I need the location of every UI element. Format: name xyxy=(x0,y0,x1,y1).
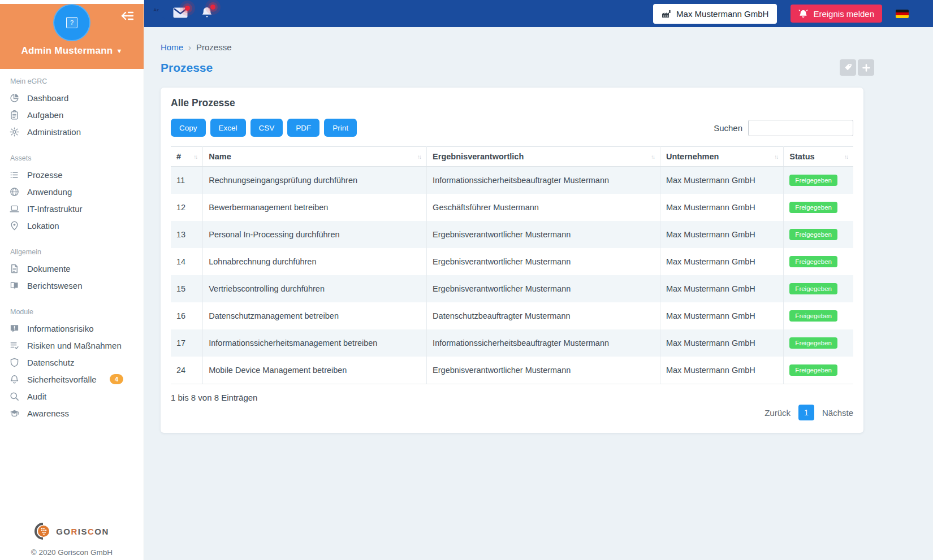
breadcrumb-home-link[interactable]: Home xyxy=(161,42,183,52)
cell-status: Freigegeben xyxy=(784,357,853,384)
globe-icon xyxy=(10,187,19,197)
search-wrap: Suchen xyxy=(714,120,853,136)
cell-company: Max Mustermann GmbH xyxy=(660,329,783,357)
sidebar-item-prozesse[interactable]: Prozesse xyxy=(10,166,144,183)
cell-company: Max Mustermann GmbH xyxy=(660,248,783,275)
page-title: Prozesse xyxy=(161,61,213,75)
cell-status: Freigegeben xyxy=(784,167,853,194)
sidebar-item-aufgaben[interactable]: Aufgaben xyxy=(10,106,144,123)
status-badge: Freigegeben xyxy=(789,283,837,294)
report-event-button[interactable]: Ereignis melden xyxy=(791,5,882,23)
cell-responsible: Informationssicherheitsbeauftragter Must… xyxy=(427,329,660,357)
sidebar-item-sicherheitsvorf-lle[interactable]: Sicherheitsvorfälle4 xyxy=(10,371,144,388)
unread-badge xyxy=(185,6,190,11)
sidebar-item-lokation[interactable]: Lokation xyxy=(10,217,144,234)
column-header-unternehmen[interactable]: Unternehmen↑↓ xyxy=(660,147,783,167)
table-row[interactable]: 17Informationssicherheitsmanagement betr… xyxy=(171,329,853,357)
table-row[interactable]: 12Bewerbermanagement betreibenGeschäftsf… xyxy=(171,194,853,221)
table-row[interactable]: 13Personal In-Processing durchführenErge… xyxy=(171,221,853,248)
cell-id: 16 xyxy=(171,302,203,329)
sidebar-item-it-infrastruktur[interactable]: IT-Infrastruktur xyxy=(10,200,144,217)
column-header-id[interactable]: #↑↓ xyxy=(171,147,203,167)
sidebar-item-administration[interactable]: Administration xyxy=(10,123,144,140)
sidebar-item-informationsrisiko[interactable]: Informationsrisiko xyxy=(10,320,144,337)
copy-button[interactable]: Copy xyxy=(171,119,206,137)
column-header-name[interactable]: Name↑↓ xyxy=(203,147,427,167)
table-row[interactable]: 15Vertriebscontrolling durchführenErgebn… xyxy=(171,275,853,302)
user-menu[interactable]: Admin Mustermann▼ xyxy=(0,45,144,57)
search-icon xyxy=(10,392,19,401)
export-buttons: CopyExcelCSVPDFPrint xyxy=(171,119,361,137)
page-header-actions xyxy=(840,59,874,76)
sidebar-footer: GORISCON © 2020 Goriscon GmbH xyxy=(0,523,144,557)
factory-icon xyxy=(662,10,671,18)
cell-id: 15 xyxy=(171,275,203,302)
document-icon xyxy=(10,264,19,274)
sidebar-item-anwendung[interactable]: Anwendung xyxy=(10,183,144,200)
cell-responsible: Ergebnisverantwortlicher Mustermann xyxy=(427,357,660,384)
company-switcher-button[interactable]: Max Mustermann GmbH xyxy=(653,4,777,24)
navbar-left-icons: Az xyxy=(160,6,213,21)
cell-status: Freigegeben xyxy=(784,194,853,221)
mail-icon[interactable] xyxy=(173,7,188,20)
cell-status: Freigegeben xyxy=(784,275,853,302)
csv-button[interactable]: CSV xyxy=(250,119,283,137)
sidebar-item-label: Risiken und Maßnahmen xyxy=(27,341,122,350)
cell-name: Rechnungseingangsprüfung durchführen xyxy=(203,167,427,194)
navbar-right: Max Mustermann GmbH Ereignis melden xyxy=(653,4,909,24)
sort-icon: ↑↓ xyxy=(417,154,421,160)
sidebar-section-title: Mein eGRC xyxy=(10,77,144,85)
table-toolbar: CopyExcelCSVPDFPrint Suchen xyxy=(171,119,853,137)
notifications-bell-icon[interactable] xyxy=(201,6,213,21)
tags-icon[interactable] xyxy=(840,59,856,76)
column-header-ergebnisverantwortlich[interactable]: Ergebnisverantwortlich↑↓ xyxy=(427,147,660,167)
cell-company: Max Mustermann GmbH xyxy=(660,302,783,329)
sidebar-item-risiken-und-ma-nahmen[interactable]: Risiken und Maßnahmen xyxy=(10,337,144,354)
sidebar-item-label: Sicherheitsvorfälle xyxy=(27,375,97,384)
cell-status: Freigegeben xyxy=(784,221,853,248)
cell-responsible: Geschäftsführer Mustermann xyxy=(427,194,660,221)
report-event-label: Ereignis melden xyxy=(813,9,874,19)
sidebar-item-datenschutz[interactable]: Datenschutz xyxy=(10,354,144,371)
pagination-prev-button[interactable]: Zurück xyxy=(764,408,791,418)
sidebar-item-awareness[interactable]: Awareness xyxy=(10,405,144,422)
column-header-status[interactable]: Status↑↓ xyxy=(784,147,853,167)
sidebar-item-dashboard[interactable]: Dashboard xyxy=(10,89,144,106)
sidebar-item-label: Aufgaben xyxy=(27,110,63,120)
graduation-cap-icon xyxy=(10,409,19,418)
pagination-next-button[interactable]: Nächste xyxy=(822,408,853,418)
sidebar-item-label: Dokumente xyxy=(27,264,71,274)
list-icon xyxy=(10,170,19,180)
table-row[interactable]: 11Rechnungseingangsprüfung durchführenIn… xyxy=(171,167,853,194)
cell-name: Vertriebscontrolling durchführen xyxy=(203,275,427,302)
sidebar-section-title: Assets xyxy=(10,154,144,162)
plus-icon[interactable] xyxy=(858,59,874,76)
table-row[interactable]: 24Mobile Device Management betreibenErge… xyxy=(171,357,853,384)
pagination-current-page[interactable]: 1 xyxy=(798,405,814,420)
status-badge: Freigegeben xyxy=(789,229,837,240)
german-flag-icon[interactable] xyxy=(896,10,909,18)
cell-company: Max Mustermann GmbH xyxy=(660,221,783,248)
sidebar-item-label: Informationsrisiko xyxy=(27,324,94,333)
sidebar-collapse-icon[interactable] xyxy=(120,10,135,23)
excel-button[interactable]: Excel xyxy=(210,119,246,137)
avatar[interactable]: ? xyxy=(53,4,90,41)
cell-responsible: Datenschutzbeauftragter Mustermann xyxy=(427,302,660,329)
table-info-text: 1 bis 8 von 8 Einträgen xyxy=(171,393,853,402)
status-badge: Freigegeben xyxy=(789,310,837,322)
sidebar-item-dokumente[interactable]: Dokumente xyxy=(10,260,144,277)
cell-company: Max Mustermann GmbH xyxy=(660,194,783,221)
cell-company: Max Mustermann GmbH xyxy=(660,167,783,194)
sidebar-header: ? Admin Mustermann▼ xyxy=(0,4,144,69)
count-badge: 4 xyxy=(110,374,123,384)
pdf-button[interactable]: PDF xyxy=(287,119,319,137)
table-row[interactable]: 16Datenschutzmanagement betreibenDatensc… xyxy=(171,302,853,329)
sidebar-item-berichtswesen[interactable]: Berichtswesen xyxy=(10,277,144,294)
logo-segment: C xyxy=(88,527,94,536)
pagination: Zurück 1 Nächste xyxy=(171,405,853,420)
sidebar-item-audit[interactable]: Audit xyxy=(10,388,144,405)
search-input[interactable] xyxy=(748,120,853,136)
print-button[interactable]: Print xyxy=(324,119,357,137)
cell-responsible: Informationssicherheitsbeauftragter Must… xyxy=(427,167,660,194)
table-row[interactable]: 14Lohnabrechnung durchführenErgebnisvera… xyxy=(171,248,853,275)
